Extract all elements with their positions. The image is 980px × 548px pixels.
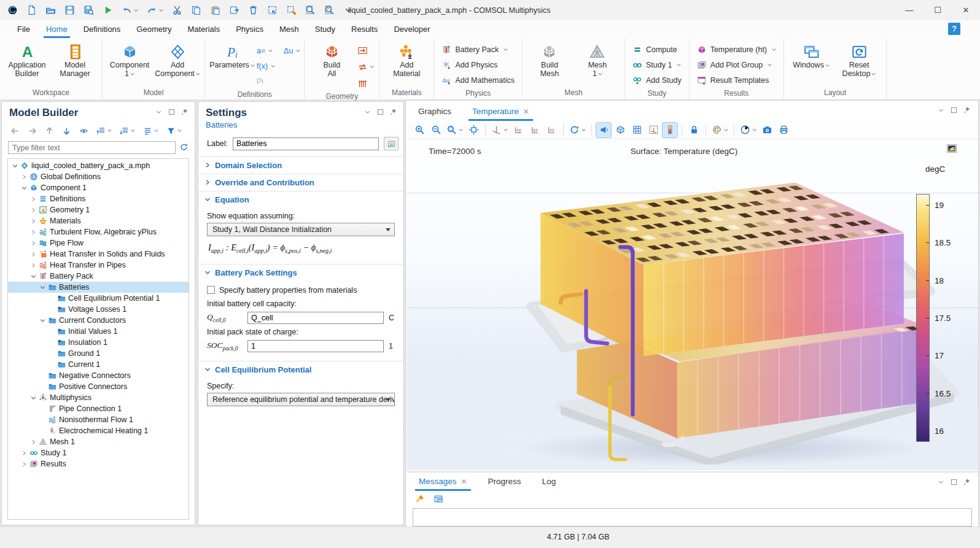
tree-item-insulation-1[interactable]: DInsulation 1 [8, 337, 189, 348]
plot-area[interactable]: Time=72000 s Surface: Temperature (degC)… [406, 140, 978, 470]
lock-button[interactable] [686, 123, 701, 137]
float-icon[interactable] [950, 106, 958, 116]
import-icon[interactable] [356, 43, 375, 58]
ribbon-reset-desktop[interactable]: ResetDesktop [836, 39, 882, 78]
equation-assuming-combo[interactable]: Study 1, Wall Distance Initialization [207, 223, 395, 236]
section-header-override[interactable]: Override and Contribution [198, 174, 403, 191]
tree-item-current-1[interactable]: Current 1 [8, 359, 189, 370]
chev-sm-icon[interactable] [937, 106, 945, 116]
ribbon-component-1[interactable]: Component1 [106, 39, 153, 78]
chev-sm-icon[interactable] [937, 478, 945, 488]
broom-icon[interactable] [414, 492, 426, 506]
pin-icon[interactable] [963, 106, 971, 116]
tab-progress[interactable]: Progress [488, 477, 521, 491]
label-input[interactable] [233, 137, 379, 150]
menu-home[interactable]: Home [46, 20, 68, 38]
ribbon-f-x[interactable]: f(x) [257, 58, 275, 74]
filter-icon[interactable] [165, 123, 183, 138]
tree-item-results[interactable]: Results [8, 458, 189, 469]
ribbon-u[interactable]: Δu [284, 43, 300, 58]
menu-mesh[interactable]: Mesh [279, 20, 299, 38]
nav-right-icon[interactable] [26, 123, 38, 138]
workplane-icon[interactable] [356, 76, 375, 91]
color-theme-button[interactable] [710, 123, 729, 137]
grid-button[interactable] [629, 123, 644, 137]
menu-file[interactable]: File [17, 20, 30, 38]
tree-item-negative-connectors[interactable]: Negative Connectors [8, 370, 189, 381]
ribbon-build-mesh[interactable]: BuildMesh [526, 39, 573, 78]
tree-item-global-definitions[interactable]: Global Definitions [8, 171, 189, 182]
zoom-in-button[interactable] [412, 123, 427, 137]
node-text-icon[interactable] [142, 123, 160, 138]
ribbon-add-component[interactable]: AddComponent [154, 39, 201, 78]
new-file-icon[interactable] [25, 3, 38, 18]
rotate-button[interactable] [568, 123, 587, 137]
tree-item-batteries[interactable]: Batteries [8, 282, 189, 293]
print-button[interactable] [776, 123, 791, 137]
tree-item-initial-values-1[interactable]: DInitial Values 1 [8, 326, 189, 337]
tree-item-mesh-1[interactable]: Mesh 1 [8, 436, 189, 447]
tree-item-study-1[interactable]: Study 1 [8, 447, 189, 458]
plot-inset-icon[interactable] [946, 143, 957, 156]
tree-item-electrochemical-heating-1[interactable]: Electrochemical Heating 1 [8, 425, 189, 436]
refresh-icon[interactable] [179, 142, 189, 153]
close-button[interactable]: ✕ [952, 0, 980, 20]
tab-messages[interactable]: Messages✕ [419, 477, 467, 491]
soc-input[interactable] [247, 340, 384, 352]
pin-icon[interactable] [963, 478, 971, 488]
color-legend-button[interactable] [663, 123, 677, 137]
ribbon-windows[interactable]: Windows [788, 39, 834, 69]
tree-item-geometry-1[interactable]: AGeometry 1 [8, 204, 189, 215]
scene-light-button[interactable] [596, 123, 611, 137]
delete-icon[interactable] [247, 3, 260, 18]
tab-temperature[interactable]: Temperature✕ [472, 107, 529, 121]
ribbon-temperature-ht[interactable]: Temperature (ht) [693, 42, 780, 57]
section-header-battery-pack-settings[interactable]: Battery Pack Settings [198, 264, 403, 281]
zoom-box-button[interactable] [445, 123, 464, 137]
paste-icon[interactable] [209, 3, 222, 18]
help-button[interactable]: ? [948, 23, 960, 35]
tab-log[interactable]: Log [542, 477, 556, 491]
ribbon-battery-pack[interactable]: Battery Pack [438, 42, 518, 57]
menu-physics[interactable]: Physics [236, 20, 263, 38]
rebuild-icon[interactable] [356, 60, 375, 74]
ribbon-model-manager[interactable]: ModelManager [52, 39, 98, 78]
maximize-button[interactable]: ☐ [924, 0, 952, 20]
ribbon-add-material[interactable]: AddMaterial [383, 39, 430, 78]
menu-developer[interactable]: Developer [394, 20, 430, 38]
ribbon-build-all[interactable]: BuildAll [308, 39, 355, 78]
search-icon[interactable] [323, 3, 336, 18]
chev-sm-icon[interactable] [364, 108, 371, 118]
nav-up-icon[interactable] [44, 123, 55, 138]
messages-output[interactable] [413, 508, 972, 527]
tree-item-battery-pack[interactable]: Battery Pack [8, 271, 189, 282]
view-triad-button[interactable] [490, 123, 509, 137]
chev-sm-icon[interactable] [155, 108, 163, 118]
section-header-cell-equilibrium-potential[interactable]: Cell Equilibrium Potential [198, 361, 403, 378]
specify-from-materials-checkbox[interactable] [207, 286, 215, 294]
tree-filter-input[interactable] [8, 141, 176, 154]
snapshot-button[interactable] [760, 123, 774, 137]
ribbon-a[interactable]: a= [257, 43, 275, 58]
tree-item-turbulent-flow-algebraic-yplus[interactable]: Turbulent Flow, Algebraic yPlus [8, 226, 189, 237]
axis-window-button[interactable] [646, 123, 661, 137]
pin-icon[interactable] [181, 108, 189, 118]
tree-item-materials[interactable]: Materials [8, 215, 189, 226]
duplicate-icon[interactable] [228, 3, 241, 18]
float-icon[interactable] [168, 108, 176, 118]
tree-item-ground-1[interactable]: Ground 1 [8, 348, 189, 359]
open-icon[interactable] [44, 3, 57, 18]
nav-left-icon[interactable] [9, 123, 21, 138]
nav-down-icon[interactable] [61, 123, 72, 138]
tree-item-heat-transfer-in-pipes[interactable]: Heat Transfer in Pipes [8, 260, 189, 271]
menu-materials[interactable]: Materials [187, 20, 220, 38]
show-icon[interactable] [78, 123, 90, 138]
capacity-input[interactable] [247, 312, 384, 324]
menu-geometry[interactable]: Geometry [136, 20, 171, 38]
collapse-all-icon[interactable] [95, 123, 113, 138]
tree-item-heat-transfer-in-solids-and-fluids[interactable]: Heat Transfer in Solids and Fluids [8, 249, 189, 260]
zoom-out-button[interactable] [429, 123, 443, 137]
tree-item-definitions[interactable]: Definitions [8, 193, 189, 204]
ribbon-add-mathematics[interactable]: ΔuAdd Mathematics [438, 72, 518, 88]
pin-icon[interactable] [389, 108, 397, 118]
